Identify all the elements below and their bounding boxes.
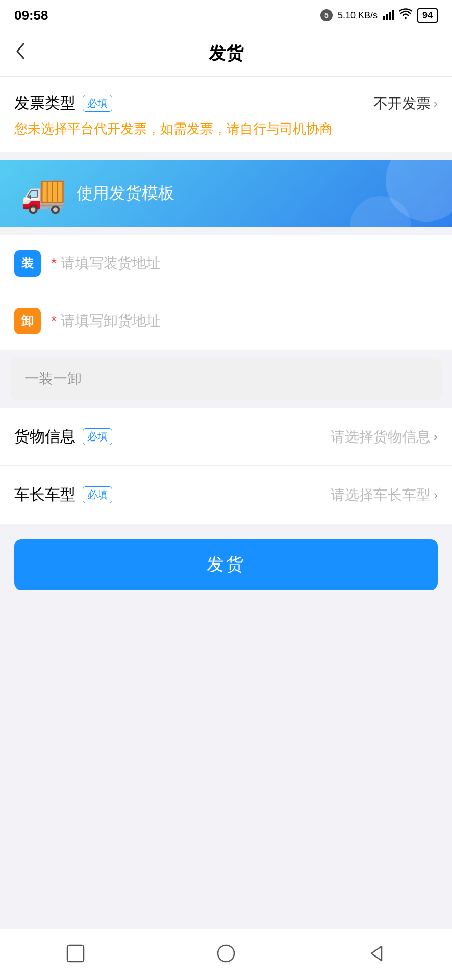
invoice-required-badge: 必填 <box>83 95 112 112</box>
back-triangle-icon <box>365 942 388 968</box>
circle-icon <box>215 942 237 968</box>
cargo-info-chevron: › <box>434 430 438 444</box>
back-button[interactable] <box>14 42 27 65</box>
truck-illustration: 🚚 <box>20 172 66 215</box>
bottom-nav <box>0 929 452 980</box>
square-icon <box>64 942 87 968</box>
content: 发票类型 必填 不开发票 › 您未选择平台代开发票，如需发票，请自行与司机协商 … <box>0 77 452 621</box>
status-icons: 5 5.10 KB/s 94 <box>320 8 438 23</box>
nav-home-button[interactable] <box>211 940 241 970</box>
template-banner[interactable]: 🚚 使用发货模板 <box>0 160 452 227</box>
invoice-value[interactable]: 不开发票 › <box>373 94 438 113</box>
cargo-info-label: 货物信息 <box>14 426 76 447</box>
submit-section: 发货 <box>0 524 452 621</box>
cargo-info-right: 请选择货物信息 › <box>331 427 438 447</box>
svg-rect-0 <box>383 16 385 20</box>
status-bar: 09:58 5 5.10 KB/s 94 <box>0 0 452 31</box>
svg-rect-2 <box>389 12 391 20</box>
cargo-info-row[interactable]: 货物信息 必填 请选择货物信息 › <box>0 408 452 466</box>
vehicle-info-left: 车长车型 必填 <box>14 484 112 505</box>
address-section: 装 * 请填写装货地址 卸 * 请填写卸货地址 <box>0 235 452 350</box>
vehicle-info-row[interactable]: 车长车型 必填 请选择车长车型 › <box>0 466 452 524</box>
svg-point-5 <box>218 945 234 962</box>
signal-icon <box>383 9 394 22</box>
nav-back-button[interactable] <box>361 940 392 970</box>
unload-address-row[interactable]: 卸 * 请填写卸货地址 <box>0 292 452 350</box>
invoice-label: 发票类型 <box>14 93 76 114</box>
nav-bar: 发货 <box>0 31 452 77</box>
submit-button[interactable]: 发货 <box>14 539 438 590</box>
status-time: 09:58 <box>14 8 48 23</box>
load-required-mark: * <box>51 255 57 271</box>
notification-badge: 5 <box>320 9 333 21</box>
load-address-row[interactable]: 装 * 请填写装货地址 <box>0 235 452 292</box>
invoice-section: 发票类型 必填 不开发票 › 您未选择平台代开发票，如需发票，请自行与司机协商 <box>0 77 452 152</box>
invoice-left: 发票类型 必填 <box>14 93 112 114</box>
svg-rect-3 <box>392 10 394 20</box>
cargo-info-placeholder: 请选择货物信息 <box>331 427 431 447</box>
info-section: 货物信息 必填 请选择货物信息 › 车长车型 必填 请选择车长车型 › <box>0 408 452 524</box>
cargo-info-left: 货物信息 必填 <box>14 426 112 447</box>
page-title: 发货 <box>209 42 243 65</box>
network-speed: 5.10 KB/s <box>338 10 378 21</box>
vehicle-required-badge: 必填 <box>83 486 112 503</box>
unload-address-placeholder: * 请填写卸货地址 <box>51 311 161 331</box>
cargo-required-badge: 必填 <box>83 428 112 445</box>
vehicle-info-placeholder: 请选择车长车型 <box>331 485 431 505</box>
svg-marker-6 <box>371 946 382 961</box>
invoice-value-text: 不开发票 <box>373 94 431 113</box>
load-address-placeholder: * 请填写装货地址 <box>51 254 161 273</box>
one-load-text: 一装一卸 <box>24 371 82 386</box>
invoice-warning: 您未选择平台代开发票，如需发票，请自行与司机协商 <box>14 120 438 146</box>
wifi-icon <box>399 8 412 22</box>
invoice-row[interactable]: 发票类型 必填 不开发票 › <box>14 93 438 114</box>
svg-rect-1 <box>386 14 388 20</box>
unload-required-mark: * <box>51 313 57 329</box>
one-load-section: 一装一卸 <box>10 358 442 400</box>
svg-rect-4 <box>67 945 84 962</box>
nav-square-button[interactable] <box>60 940 91 970</box>
vehicle-info-chevron: › <box>434 488 438 502</box>
invoice-chevron: › <box>434 96 438 111</box>
vehicle-info-right: 请选择车长车型 › <box>331 485 438 505</box>
load-badge: 装 <box>14 250 41 277</box>
battery-icon: 94 <box>417 8 438 23</box>
vehicle-info-label: 车长车型 <box>14 484 76 505</box>
unload-badge: 卸 <box>14 308 41 334</box>
template-banner-text: 使用发货模板 <box>77 182 174 205</box>
